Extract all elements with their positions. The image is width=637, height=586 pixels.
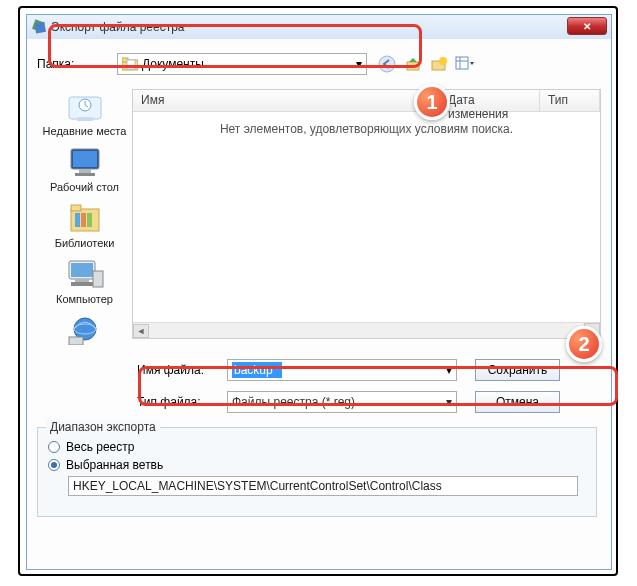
svg-rect-21: [75, 213, 80, 227]
cancel-button[interactable]: Отмена: [475, 391, 560, 413]
svg-rect-9: [456, 57, 468, 69]
new-folder-icon[interactable]: [429, 54, 449, 74]
chevron-down-icon: ▾: [356, 57, 362, 71]
network-icon: [65, 313, 105, 349]
empty-message: Нет элементов, удовлетворяющих условиям …: [133, 122, 600, 136]
filetype-combobox[interactable]: Файлы реестра (*.reg) ▾: [227, 391, 457, 413]
folder-label: Папка:: [37, 57, 117, 71]
chevron-down-icon: ▾: [446, 363, 452, 377]
svg-rect-20: [71, 205, 81, 211]
column-headers[interactable]: Имя Дата изменения Тип: [133, 90, 600, 112]
scroll-left-icon[interactable]: ◄: [133, 324, 149, 338]
titlebar: Экспорт файла реестра ✕: [27, 15, 611, 39]
filename-input[interactable]: [232, 362, 282, 378]
export-range-group: Диапазон экспорта Весь реестр Выбранная …: [37, 427, 597, 517]
svg-rect-6: [407, 62, 419, 70]
svg-rect-14: [77, 117, 93, 121]
documents-icon: [122, 57, 138, 71]
filetype-label: Тип файла:: [137, 395, 227, 409]
radio-selected-branch[interactable]: [48, 459, 60, 471]
col-type[interactable]: Тип: [540, 90, 600, 111]
radio-all-registry[interactable]: [48, 441, 60, 453]
computer-icon: [65, 257, 105, 293]
export-range-legend: Диапазон экспорта: [46, 420, 160, 434]
place-computer[interactable]: Компьютер: [42, 257, 127, 305]
folder-combobox[interactable]: Документы ▾: [117, 53, 367, 75]
desktop-icon: [65, 145, 105, 181]
annotation-badge-1: 1: [414, 84, 450, 120]
place-libraries[interactable]: Библиотеки: [42, 201, 127, 249]
annotation-badge-2: 2: [566, 326, 602, 362]
branch-path-input[interactable]: HKEY_LOCAL_MACHINE\SYSTEM\CurrentControl…: [68, 476, 578, 496]
svg-rect-17: [79, 169, 91, 173]
svg-rect-16: [73, 151, 97, 167]
svg-rect-18: [75, 173, 95, 176]
filename-combobox[interactable]: ▾: [227, 359, 457, 381]
horizontal-scrollbar[interactable]: ◄ ►: [133, 322, 600, 338]
svg-rect-23: [87, 213, 92, 227]
svg-rect-1: [34, 22, 46, 34]
libraries-icon: [65, 201, 105, 237]
filename-label: Имя файла:: [137, 363, 227, 377]
chevron-down-icon: ▾: [446, 395, 452, 409]
close-button[interactable]: ✕: [567, 17, 607, 35]
col-name[interactable]: Имя: [133, 90, 440, 111]
place-network[interactable]: [42, 313, 127, 349]
place-desktop[interactable]: Рабочий стол: [42, 145, 127, 193]
folder-value: Документы: [142, 57, 204, 71]
back-icon[interactable]: [377, 54, 397, 74]
view-menu-icon[interactable]: [455, 54, 475, 74]
places-bar: Недавние места Рабочий стол Библиотеки К…: [37, 89, 132, 349]
filetype-value: Файлы реестра (*.reg): [232, 395, 355, 409]
col-date[interactable]: Дата изменения: [440, 90, 540, 111]
radio-all-label: Весь реестр: [66, 440, 134, 454]
svg-rect-26: [75, 279, 89, 282]
window-title: Экспорт файла реестра: [51, 20, 185, 34]
svg-rect-4: [127, 60, 135, 69]
svg-rect-27: [71, 282, 93, 286]
up-icon[interactable]: [403, 54, 423, 74]
svg-point-8: [439, 57, 447, 65]
svg-rect-31: [69, 337, 83, 345]
radio-branch-label: Выбранная ветвь: [66, 458, 163, 472]
svg-rect-22: [81, 213, 86, 227]
dialog-window: Экспорт файла реестра ✕ Папка: Документы…: [26, 14, 612, 570]
save-button[interactable]: Сохранить: [475, 359, 560, 381]
file-list[interactable]: Имя Дата изменения Тип Нет элементов, уд…: [132, 89, 601, 339]
svg-rect-28: [93, 271, 103, 287]
svg-point-5: [379, 56, 395, 72]
app-icon: [31, 19, 47, 35]
recent-icon: [65, 89, 105, 125]
svg-rect-25: [71, 263, 93, 277]
place-recent[interactable]: Недавние места: [42, 89, 127, 137]
